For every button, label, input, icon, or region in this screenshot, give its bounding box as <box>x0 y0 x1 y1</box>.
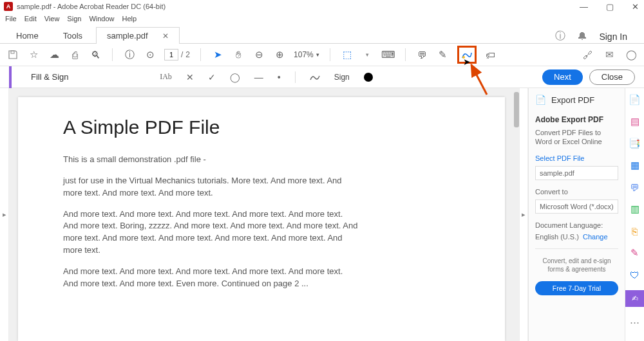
close-tab-icon[interactable]: ✕ <box>162 32 169 41</box>
export-panel-header: Export PDF <box>551 95 594 105</box>
search-icon[interactable]: 🔍︎ <box>89 48 102 61</box>
rail-redact-icon[interactable]: ✎ <box>629 246 641 259</box>
stamp-icon[interactable]: 🏷︎ <box>484 48 497 61</box>
sign-label[interactable]: Sign <box>334 73 350 82</box>
title-bar: A sample.pdf - Adobe Acrobat Reader DC (… <box>0 0 644 13</box>
page-up-icon[interactable]: ⓘ <box>123 48 136 61</box>
scroll-thumb[interactable] <box>514 92 519 127</box>
cursor-icon[interactable]: ➤ <box>211 48 224 61</box>
menu-window[interactable]: Window <box>89 15 114 23</box>
menu-sign[interactable]: Sign <box>67 15 81 23</box>
x-mark-tool[interactable]: ✕ <box>186 72 194 82</box>
menu-view[interactable]: View <box>44 15 60 23</box>
change-lang-link[interactable]: Change <box>583 233 608 241</box>
expand-right-handle[interactable]: ▸ <box>519 88 528 341</box>
tab-row: Home Tools sample.pdf ✕ ⓘ 🔔︎ Sign In <box>0 24 644 44</box>
export-pdf-icon: 📄 <box>535 95 546 105</box>
selected-file-box[interactable]: sample.pdf <box>535 166 618 180</box>
dot-tool[interactable]: • <box>278 72 281 82</box>
mouse-cursor-icon: ➤ <box>463 57 471 67</box>
rail-more-icon[interactable]: ⋯ <box>629 316 641 329</box>
check-tool[interactable]: ✓ <box>208 72 216 82</box>
tab-document-label: sample.pdf <box>107 31 148 41</box>
help-icon[interactable]: ⓘ <box>555 30 565 43</box>
fit-dropdown-icon[interactable]: ▾ <box>361 48 374 61</box>
lang-value: English (U.S.) <box>535 233 579 241</box>
doc-heading: A Simple PDF File <box>63 116 460 138</box>
maximize-button[interactable]: ▢ <box>606 2 614 12</box>
doc-paragraph: And more text. And more text. And more t… <box>63 266 359 290</box>
rail-export-icon[interactable]: 📑 <box>629 137 641 150</box>
select-file-link[interactable]: Select PDF File <box>535 154 618 162</box>
fill-sign-label: Fill & Sign <box>31 72 69 82</box>
page-down-icon[interactable]: ⊙ <box>144 48 156 61</box>
rail-comment-icon[interactable]: 💬︎ <box>629 181 641 194</box>
lang-label: Document Language: <box>535 221 618 229</box>
cloud-icon[interactable]: ☁ <box>48 48 61 61</box>
promo-text: Convert, edit and e-sign forms & agreeme… <box>535 257 618 273</box>
export-panel-title: Adobe Export PDF <box>535 115 618 124</box>
close-button[interactable]: Close <box>589 69 635 85</box>
signature-icon[interactable] <box>310 73 320 82</box>
fit-width-icon[interactable]: ⬚ <box>341 48 354 61</box>
highlight-icon[interactable]: ✎ <box>437 48 450 61</box>
main-toolbar: ☆ ☁ ⎙ 🔍︎ ⓘ ⊙ / 2 ➤ ✋︎ ⊖ ⊕ 107%▾ ⬚ ▾ ⌨ 💬︎… <box>0 44 644 66</box>
page-total: 2 <box>185 50 190 59</box>
rail-fill-sign-active[interactable]: ✍︎ <box>625 290 645 307</box>
app-icon: A <box>4 2 13 11</box>
export-panel: 📄 Export PDF Adobe Export PDF Convert PD… <box>528 88 625 341</box>
menu-file[interactable]: File <box>5 15 17 23</box>
doc-paragraph: And more text. And more text. And more t… <box>63 208 359 257</box>
close-window-button[interactable]: ✕ <box>632 2 639 12</box>
rail-protect-icon[interactable]: 🛡︎ <box>629 268 641 281</box>
doc-paragraph: just for use in the Virtual Mechanics tu… <box>63 175 359 199</box>
print-icon[interactable]: ⎙ <box>68 48 81 61</box>
accent-bar <box>9 66 12 88</box>
color-swatch[interactable] <box>364 73 373 82</box>
rail-combine-icon[interactable]: ▦ <box>629 159 641 172</box>
tab-home[interactable]: Home <box>5 27 50 44</box>
minimize-button[interactable]: — <box>580 2 588 12</box>
zoom-in-icon[interactable]: ⊕ <box>273 48 286 61</box>
line-tool[interactable]: — <box>254 72 263 82</box>
zoom-out-icon[interactable]: ⊖ <box>252 48 265 61</box>
next-button[interactable]: Next <box>542 69 583 85</box>
tab-tools[interactable]: Tools <box>52 27 93 44</box>
bell-icon[interactable]: 🔔︎ <box>577 31 587 42</box>
star-icon[interactable]: ☆ <box>27 48 40 61</box>
rail-create-icon[interactable]: 📄 <box>629 93 641 106</box>
fill-sign-bar: Fill & Sign IAb ✕ ✓ ◯ — • Sign Next Clos… <box>0 66 644 88</box>
save-icon[interactable] <box>6 48 19 61</box>
menu-bar: File Edit View Sign Window Help <box>0 13 644 24</box>
pdf-page: A Simple PDF File This is a small demons… <box>18 97 505 341</box>
text-tool[interactable]: IAb <box>160 72 172 82</box>
convert-target-box[interactable]: Microsoft Word (*.docx) <box>535 199 618 214</box>
comment-icon[interactable]: 💬︎ <box>416 48 429 61</box>
zoom-level[interactable]: 107%▾ <box>294 50 319 59</box>
circle-tool[interactable]: ◯ <box>230 72 240 82</box>
rail-organize-icon[interactable]: ▥ <box>629 203 641 216</box>
sign-in-link[interactable]: Sign In <box>599 32 627 42</box>
convert-to-label: Convert to <box>535 188 618 196</box>
hand-icon[interactable]: ✋︎ <box>232 48 245 61</box>
fill-sign-tool-highlighted[interactable]: ➤ <box>457 46 477 64</box>
page-current-input[interactable] <box>164 49 178 60</box>
menu-edit[interactable]: Edit <box>24 15 37 23</box>
trial-button[interactable]: Free 7-Day Trial <box>535 281 618 295</box>
menu-help[interactable]: Help <box>122 15 137 23</box>
keyboard-icon[interactable]: ⌨ <box>382 48 395 61</box>
expand-left-handle[interactable]: ▸ <box>0 88 9 341</box>
scrollbar[interactable] <box>514 88 519 341</box>
tab-document[interactable]: sample.pdf ✕ <box>96 27 180 44</box>
document-viewport[interactable]: A Simple PDF File This is a small demons… <box>9 88 514 341</box>
tool-rail: 📄 ▤ 📑 ▦ 💬︎ ▥ ⎘ ✎ 🛡︎ ✍︎ ⋯ <box>625 88 644 341</box>
rail-edit-icon[interactable]: ▤ <box>629 115 641 128</box>
export-panel-desc: Convert PDF Files to Word or Excel Onlin… <box>535 128 618 147</box>
mail-icon[interactable]: ✉ <box>603 48 616 61</box>
rail-compress-icon[interactable]: ⎘ <box>629 225 641 237</box>
link-icon[interactable]: 🔗︎ <box>581 48 594 61</box>
doc-paragraph: This is a small demonstration .pdf file … <box>63 154 359 166</box>
account-icon[interactable]: ◯ <box>625 48 638 61</box>
page-nav: / 2 <box>164 49 190 60</box>
page-sep: / <box>181 50 183 59</box>
